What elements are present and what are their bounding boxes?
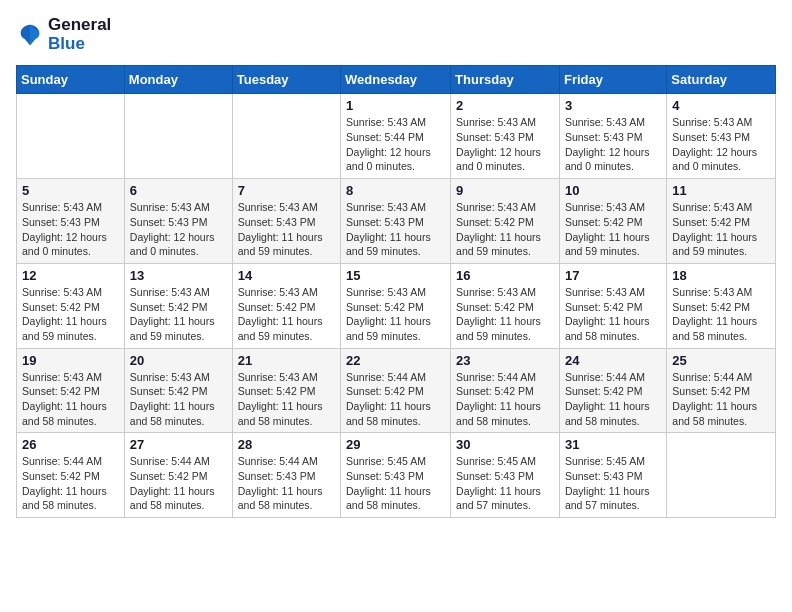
day-info: Sunrise: 5:43 AMSunset: 5:43 PMDaylight:… (130, 200, 227, 259)
day-number: 21 (238, 353, 335, 368)
day-info: Sunrise: 5:43 AMSunset: 5:42 PMDaylight:… (238, 285, 335, 344)
day-info: Sunrise: 5:44 AMSunset: 5:42 PMDaylight:… (565, 370, 661, 429)
day-number: 12 (22, 268, 119, 283)
day-number: 1 (346, 98, 445, 113)
day-info: Sunrise: 5:45 AMSunset: 5:43 PMDaylight:… (456, 454, 554, 513)
day-info: Sunrise: 5:44 AMSunset: 5:43 PMDaylight:… (238, 454, 335, 513)
day-number: 22 (346, 353, 445, 368)
day-number: 8 (346, 183, 445, 198)
day-number: 26 (22, 437, 119, 452)
day-cell: 10Sunrise: 5:43 AMSunset: 5:42 PMDayligh… (559, 179, 666, 264)
day-number: 18 (672, 268, 770, 283)
day-info: Sunrise: 5:43 AMSunset: 5:42 PMDaylight:… (130, 285, 227, 344)
day-number: 9 (456, 183, 554, 198)
day-info: Sunrise: 5:43 AMSunset: 5:43 PMDaylight:… (22, 200, 119, 259)
week-row-0: 1Sunrise: 5:43 AMSunset: 5:44 PMDaylight… (17, 94, 776, 179)
day-cell: 6Sunrise: 5:43 AMSunset: 5:43 PMDaylight… (124, 179, 232, 264)
calendar-body: 1Sunrise: 5:43 AMSunset: 5:44 PMDaylight… (17, 94, 776, 518)
day-info: Sunrise: 5:43 AMSunset: 5:43 PMDaylight:… (456, 115, 554, 174)
day-cell: 3Sunrise: 5:43 AMSunset: 5:43 PMDaylight… (559, 94, 666, 179)
day-number: 19 (22, 353, 119, 368)
weekday-header-row: SundayMondayTuesdayWednesdayThursdayFrid… (17, 66, 776, 94)
day-info: Sunrise: 5:43 AMSunset: 5:42 PMDaylight:… (238, 370, 335, 429)
day-cell: 24Sunrise: 5:44 AMSunset: 5:42 PMDayligh… (559, 348, 666, 433)
day-cell: 9Sunrise: 5:43 AMSunset: 5:42 PMDaylight… (451, 179, 560, 264)
day-cell: 20Sunrise: 5:43 AMSunset: 5:42 PMDayligh… (124, 348, 232, 433)
day-cell: 5Sunrise: 5:43 AMSunset: 5:43 PMDaylight… (17, 179, 125, 264)
day-info: Sunrise: 5:44 AMSunset: 5:42 PMDaylight:… (130, 454, 227, 513)
page-header: General Blue (16, 16, 776, 53)
day-cell: 15Sunrise: 5:43 AMSunset: 5:42 PMDayligh… (341, 263, 451, 348)
day-info: Sunrise: 5:44 AMSunset: 5:42 PMDaylight:… (22, 454, 119, 513)
week-row-4: 26Sunrise: 5:44 AMSunset: 5:42 PMDayligh… (17, 433, 776, 518)
day-info: Sunrise: 5:43 AMSunset: 5:43 PMDaylight:… (238, 200, 335, 259)
day-number: 23 (456, 353, 554, 368)
day-number: 17 (565, 268, 661, 283)
day-info: Sunrise: 5:43 AMSunset: 5:44 PMDaylight:… (346, 115, 445, 174)
day-number: 15 (346, 268, 445, 283)
weekday-sunday: Sunday (17, 66, 125, 94)
weekday-monday: Monday (124, 66, 232, 94)
day-cell: 4Sunrise: 5:43 AMSunset: 5:43 PMDaylight… (667, 94, 776, 179)
day-info: Sunrise: 5:43 AMSunset: 5:42 PMDaylight:… (565, 200, 661, 259)
day-info: Sunrise: 5:44 AMSunset: 5:42 PMDaylight:… (346, 370, 445, 429)
day-number: 31 (565, 437, 661, 452)
weekday-saturday: Saturday (667, 66, 776, 94)
day-cell: 14Sunrise: 5:43 AMSunset: 5:42 PMDayligh… (232, 263, 340, 348)
day-info: Sunrise: 5:44 AMSunset: 5:42 PMDaylight:… (672, 370, 770, 429)
day-number: 7 (238, 183, 335, 198)
day-info: Sunrise: 5:43 AMSunset: 5:43 PMDaylight:… (672, 115, 770, 174)
day-cell: 11Sunrise: 5:43 AMSunset: 5:42 PMDayligh… (667, 179, 776, 264)
day-cell: 2Sunrise: 5:43 AMSunset: 5:43 PMDaylight… (451, 94, 560, 179)
weekday-wednesday: Wednesday (341, 66, 451, 94)
day-info: Sunrise: 5:43 AMSunset: 5:42 PMDaylight:… (456, 200, 554, 259)
day-cell: 17Sunrise: 5:43 AMSunset: 5:42 PMDayligh… (559, 263, 666, 348)
weekday-thursday: Thursday (451, 66, 560, 94)
day-cell: 8Sunrise: 5:43 AMSunset: 5:43 PMDaylight… (341, 179, 451, 264)
day-number: 29 (346, 437, 445, 452)
day-info: Sunrise: 5:43 AMSunset: 5:42 PMDaylight:… (22, 370, 119, 429)
day-number: 27 (130, 437, 227, 452)
day-number: 3 (565, 98, 661, 113)
weekday-tuesday: Tuesday (232, 66, 340, 94)
day-cell (17, 94, 125, 179)
day-number: 2 (456, 98, 554, 113)
day-number: 30 (456, 437, 554, 452)
day-number: 6 (130, 183, 227, 198)
day-cell: 29Sunrise: 5:45 AMSunset: 5:43 PMDayligh… (341, 433, 451, 518)
day-cell: 21Sunrise: 5:43 AMSunset: 5:42 PMDayligh… (232, 348, 340, 433)
day-cell: 25Sunrise: 5:44 AMSunset: 5:42 PMDayligh… (667, 348, 776, 433)
logo: General Blue (16, 16, 111, 53)
week-row-3: 19Sunrise: 5:43 AMSunset: 5:42 PMDayligh… (17, 348, 776, 433)
day-cell: 30Sunrise: 5:45 AMSunset: 5:43 PMDayligh… (451, 433, 560, 518)
day-cell: 12Sunrise: 5:43 AMSunset: 5:42 PMDayligh… (17, 263, 125, 348)
day-cell: 31Sunrise: 5:45 AMSunset: 5:43 PMDayligh… (559, 433, 666, 518)
day-info: Sunrise: 5:43 AMSunset: 5:42 PMDaylight:… (130, 370, 227, 429)
day-number: 24 (565, 353, 661, 368)
logo-text: General Blue (48, 16, 111, 53)
day-number: 16 (456, 268, 554, 283)
day-cell (667, 433, 776, 518)
day-info: Sunrise: 5:43 AMSunset: 5:42 PMDaylight:… (346, 285, 445, 344)
day-number: 13 (130, 268, 227, 283)
day-cell: 18Sunrise: 5:43 AMSunset: 5:42 PMDayligh… (667, 263, 776, 348)
weekday-friday: Friday (559, 66, 666, 94)
day-cell: 7Sunrise: 5:43 AMSunset: 5:43 PMDaylight… (232, 179, 340, 264)
day-cell: 23Sunrise: 5:44 AMSunset: 5:42 PMDayligh… (451, 348, 560, 433)
day-cell: 26Sunrise: 5:44 AMSunset: 5:42 PMDayligh… (17, 433, 125, 518)
day-cell: 1Sunrise: 5:43 AMSunset: 5:44 PMDaylight… (341, 94, 451, 179)
day-number: 10 (565, 183, 661, 198)
day-number: 4 (672, 98, 770, 113)
day-cell: 19Sunrise: 5:43 AMSunset: 5:42 PMDayligh… (17, 348, 125, 433)
day-cell: 27Sunrise: 5:44 AMSunset: 5:42 PMDayligh… (124, 433, 232, 518)
day-number: 5 (22, 183, 119, 198)
day-number: 20 (130, 353, 227, 368)
day-number: 28 (238, 437, 335, 452)
day-info: Sunrise: 5:44 AMSunset: 5:42 PMDaylight:… (456, 370, 554, 429)
day-info: Sunrise: 5:43 AMSunset: 5:42 PMDaylight:… (672, 200, 770, 259)
day-info: Sunrise: 5:43 AMSunset: 5:43 PMDaylight:… (346, 200, 445, 259)
calendar-table: SundayMondayTuesdayWednesdayThursdayFrid… (16, 65, 776, 518)
day-info: Sunrise: 5:43 AMSunset: 5:42 PMDaylight:… (22, 285, 119, 344)
day-number: 11 (672, 183, 770, 198)
day-info: Sunrise: 5:43 AMSunset: 5:43 PMDaylight:… (565, 115, 661, 174)
